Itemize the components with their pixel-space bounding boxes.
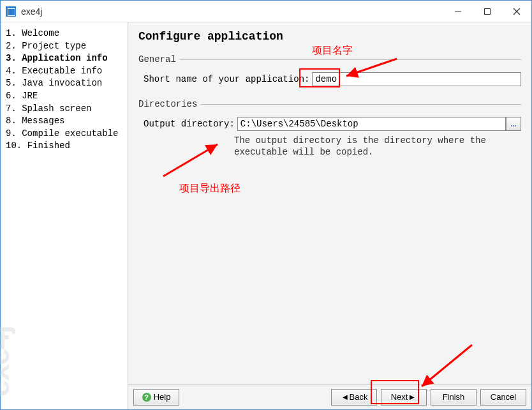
sidebar-item-executable-info[interactable]: 4. Executable info [3, 65, 125, 78]
triangle-right-icon: ▶ [410, 393, 415, 400]
outputdir-row: Output directory: ... [138, 117, 521, 131]
page-title: Configure application [138, 30, 521, 43]
outputdir-label: Output directory: [144, 119, 235, 129]
svg-rect-1 [485, 8, 491, 14]
shortname-input[interactable] [312, 72, 521, 86]
sidebar-item-application-info[interactable]: 3. Application info [3, 52, 125, 65]
window-title: exe4j [21, 6, 42, 17]
close-button[interactable] [502, 1, 531, 22]
shortname-row: Short name of your application: [138, 72, 521, 86]
outputdir-input[interactable] [237, 117, 506, 131]
browse-button[interactable]: ... [506, 117, 521, 131]
wizard-footer: ? Help ◀Back Next▶ Finish Cancel [128, 384, 531, 409]
cancel-button[interactable]: Cancel [480, 389, 526, 406]
triangle-left-icon: ◀ [343, 393, 348, 400]
wizard-sidebar: 1. Welcome 2. Project type 3. Applicatio… [1, 22, 128, 409]
main-panel: Configure application General Short name… [128, 22, 531, 409]
directories-legend: Directories [138, 99, 521, 109]
help-button[interactable]: ? Help [133, 389, 179, 406]
sidebar-item-messages[interactable]: 8. Messages [3, 115, 125, 128]
sidebar-item-welcome[interactable]: 1. Welcome [3, 27, 125, 40]
maximize-button[interactable] [473, 1, 502, 22]
sidebar-item-finished[interactable]: 10. Finished [3, 140, 125, 153]
app-icon [6, 6, 16, 17]
sidebar-item-compile-executable[interactable]: 9. Compile executable [3, 128, 125, 140]
window-controls [443, 1, 531, 22]
help-button-label: Help [154, 392, 171, 402]
minimize-button[interactable] [443, 1, 473, 22]
help-icon: ? [142, 393, 151, 402]
sidebar-item-jre[interactable]: 6. JRE [3, 90, 125, 103]
main-content: Configure application General Short name… [128, 22, 531, 384]
sidebar-item-java-invocation[interactable]: 5. Java invocation [3, 77, 125, 90]
annotation-label-export: 项目导出路径 [179, 182, 240, 195]
shortname-label: Short name of your application: [144, 74, 309, 84]
general-fieldset: General Short name of your application: [138, 54, 521, 86]
titlebar: exe4j [1, 1, 531, 22]
general-legend: General [138, 54, 521, 65]
body: 1. Welcome 2. Project type 3. Applicatio… [1, 22, 531, 409]
sidebar-item-splash-screen[interactable]: 7. Splash screen [3, 103, 125, 116]
back-button[interactable]: ◀Back [331, 389, 377, 406]
sidebar-item-project-type[interactable]: 2. Project type [3, 40, 125, 53]
sidebar-watermark: exe4j [0, 326, 20, 397]
finish-button[interactable]: Finish [431, 389, 477, 406]
app-window: exe4j 1. Welcome 2. Project type 3. Appl… [0, 0, 532, 410]
outputdir-help: The output directory is the directory wh… [138, 135, 521, 158]
next-button[interactable]: Next▶ [381, 389, 427, 406]
directories-fieldset: Directories Output directory: ... The ou… [138, 99, 521, 158]
